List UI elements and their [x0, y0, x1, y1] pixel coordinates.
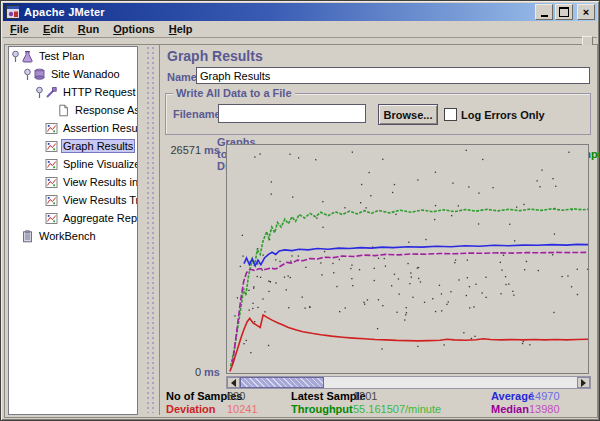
workbench-icon — [21, 230, 34, 243]
stat-label-deviation: Deviation — [166, 403, 216, 415]
tree-item-http-request[interactable]: HTTP Request — [9, 83, 137, 101]
menu-bar: FileEditRunOptionsHelp — [3, 21, 597, 38]
stats-panel: No of Samples600Latest Sample1201Average… — [160, 390, 596, 415]
assertion-icon — [57, 104, 70, 117]
filename-input[interactable] — [218, 104, 366, 123]
tree-item-label[interactable]: HTTP Request — [61, 85, 138, 99]
tree-item-label[interactable]: View Results Tree — [61, 193, 138, 207]
tree-item-graph-results[interactable]: Graph Results — [9, 137, 137, 155]
title-bar: Apache JMeter × — [3, 3, 597, 21]
tree-item-label[interactable]: Graph Results — [61, 139, 135, 153]
tree-item-view-results-in-table[interactable]: View Results in Table — [9, 173, 137, 191]
test-plan-icon — [21, 50, 34, 63]
stat-value-median: 13980 — [529, 403, 560, 415]
close-button[interactable]: × — [577, 4, 595, 20]
tree-item-label[interactable]: Spline Visualizer — [61, 157, 138, 171]
page-title: Graph Results — [167, 48, 263, 64]
window-title: Apache JMeter — [24, 6, 105, 18]
tree-item-view-results-tree[interactable]: View Results Tree — [9, 191, 137, 209]
tree-item-label[interactable]: Aggregate Report — [61, 211, 138, 225]
name-input[interactable] — [196, 67, 590, 84]
tree-item-assertion-results[interactable]: Assertion Results — [9, 119, 137, 137]
menu-run[interactable]: Run — [71, 22, 106, 36]
tree-item-label[interactable]: Site Wanadoo — [49, 67, 122, 81]
tree-expander-icon[interactable] — [23, 68, 33, 81]
thread-group-icon — [33, 68, 46, 81]
splitpane-divider[interactable] — [146, 46, 157, 413]
maximize-button[interactable] — [555, 4, 573, 20]
menu-help[interactable]: Help — [162, 22, 200, 36]
log-errors-checkbox[interactable] — [444, 108, 457, 121]
minimize-button[interactable] — [535, 4, 553, 20]
tree-item-label[interactable]: Test Plan — [37, 49, 86, 63]
listener-icon — [45, 158, 58, 171]
stat-label-average: Average — [491, 390, 534, 402]
graph-results-panel: Graph Results Name: Write All Data to a … — [159, 45, 596, 415]
stat-label-throughput: Throughput — [291, 403, 353, 415]
tree-item-response-assertion[interactable]: Response Assertion — [9, 101, 137, 119]
filename-label: Filename — [173, 108, 221, 120]
menu-edit[interactable]: Edit — [36, 22, 71, 36]
series-line-throughput — [231, 209, 588, 366]
tree-item-label[interactable]: Response Assertion — [73, 103, 138, 117]
browse-button[interactable]: Browse... — [378, 104, 438, 125]
graph-plot-area — [226, 144, 589, 374]
groupbox-legend: Write All Data to a File — [173, 87, 295, 99]
tree-item-spline-visualizer[interactable]: Spline Visualizer — [9, 155, 137, 173]
series-line-average — [244, 244, 588, 265]
stat-value-latest-sample: 1201 — [353, 390, 377, 402]
log-errors-label: Log Errors Only — [461, 109, 545, 121]
listener-icon — [45, 176, 58, 189]
horizontal-scrollbar[interactable] — [226, 376, 591, 389]
tree-item-label[interactable]: Assertion Results — [61, 121, 138, 135]
tree-expander-icon[interactable] — [35, 86, 45, 99]
stat-value-deviation: 10241 — [227, 403, 258, 415]
maximize-icon — [559, 7, 569, 17]
y-axis-max-label: 26571 ms — [160, 144, 220, 156]
app-icon — [6, 5, 20, 19]
stat-label-median: Median — [491, 403, 529, 415]
tree-item-label[interactable]: WorkBench — [37, 229, 98, 243]
scrollbar-track[interactable] — [240, 377, 577, 388]
menu-file[interactable]: File — [3, 22, 36, 36]
listener-icon — [45, 194, 58, 207]
tree-item-aggregate-report[interactable]: Aggregate Report — [9, 209, 137, 227]
listener-icon — [45, 212, 58, 225]
series-line-median — [232, 252, 588, 364]
tree-expander-icon[interactable] — [11, 50, 21, 63]
series-line-deviation — [230, 315, 588, 372]
stat-value-throughput: 55.161507/minute — [353, 403, 441, 415]
test-plan-tree: Test PlanSite WanadooHTTP RequestRespons… — [8, 46, 138, 415]
stat-value-no-of-samples: 600 — [227, 390, 245, 402]
minimize-icon — [541, 15, 548, 17]
sampler-icon — [45, 86, 58, 99]
tree-item-workbench[interactable]: WorkBench — [9, 227, 137, 245]
scrollbar-thumb[interactable] — [240, 377, 324, 388]
tree-item-site-wanadoo[interactable]: Site Wanadoo — [9, 65, 137, 83]
scroll-right-icon — [581, 379, 590, 387]
scroll-right-button[interactable] — [577, 377, 590, 388]
y-axis-min-label: 0 ms — [160, 366, 220, 378]
menu-options[interactable]: Options — [106, 22, 162, 36]
write-data-groupbox: Write All Data to a File Filename Browse… — [165, 93, 591, 135]
tree-item-label[interactable]: View Results in Table — [61, 175, 138, 189]
listener-icon — [45, 122, 58, 135]
listener-icon — [45, 140, 58, 153]
scroll-left-button[interactable] — [227, 377, 240, 388]
stat-value-average: 14970 — [529, 390, 560, 402]
scroll-left-icon — [227, 379, 236, 387]
close-icon: × — [583, 7, 589, 17]
tree-item-test-plan[interactable]: Test Plan — [9, 47, 137, 65]
